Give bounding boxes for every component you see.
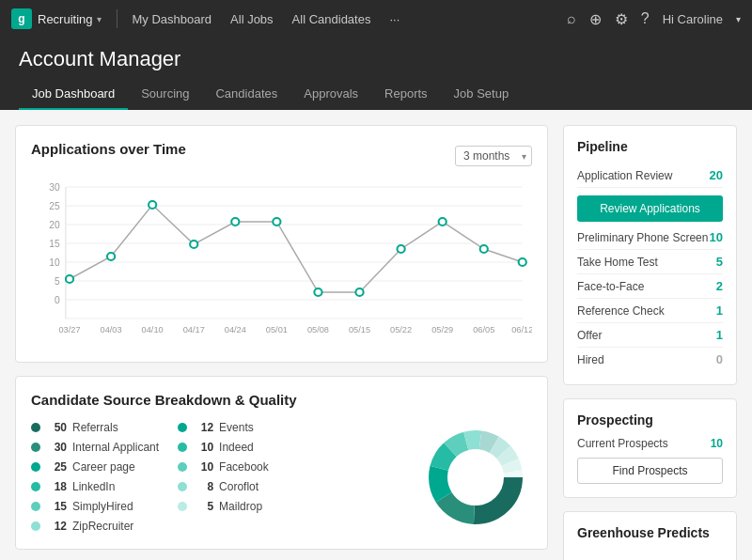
list-item: 5 Maildrop — [178, 500, 269, 513]
right-sidebar: Pipeline Application Review 20 Review Ap… — [563, 125, 737, 560]
source-count: 12 — [46, 520, 67, 533]
source-card-title: Candidate Source Breakdown & Quality — [31, 392, 532, 408]
source-col-left: 50 Referrals 30 Internal Applicant 25 Ca… — [31, 421, 159, 533]
source-label: Maildrop — [219, 500, 262, 513]
tab-bar: Job Dashboard Sourcing Candidates Approv… — [19, 81, 733, 110]
pipeline-stage-count: 1 — [716, 328, 723, 342]
source-count: 10 — [193, 441, 213, 454]
svg-point-26 — [480, 245, 488, 253]
logo-icon: g — [11, 8, 32, 29]
nav-my-dashboard[interactable]: My Dashboard — [133, 12, 212, 26]
nav-right: ⌕ ⊕ ⚙ ? Hi Caroline ▾ — [567, 10, 741, 28]
svg-text:05/08: 05/08 — [307, 325, 329, 334]
source-label: ZipRecruiter — [72, 520, 133, 533]
pipeline-stage-count: 0 — [716, 352, 723, 366]
brand-arrow-icon: ▾ — [97, 14, 102, 24]
source-label: LinkedIn — [72, 480, 115, 493]
svg-point-22 — [314, 288, 321, 296]
svg-text:04/03: 04/03 — [101, 325, 122, 334]
source-columns: 50 Referrals 30 Internal Applicant 25 Ca… — [31, 421, 410, 533]
pipeline-title: Pipeline — [577, 139, 723, 154]
source-count: 15 — [46, 500, 67, 513]
chart-title: Applications over Time — [31, 141, 186, 157]
review-applications-button[interactable]: Review Applications — [577, 195, 723, 222]
svg-point-27 — [519, 258, 526, 266]
svg-text:05/01: 05/01 — [266, 325, 288, 334]
page-header: Account Manager Job Dashboard Sourcing C… — [0, 38, 752, 110]
source-dot — [178, 482, 187, 491]
pipeline-stage-label: Hired — [577, 353, 604, 366]
time-range-dropdown[interactable]: 1 month 3 months 6 months 1 year — [455, 146, 532, 166]
source-dot — [178, 443, 187, 452]
pipeline-row-phone-screen: Preliminary Phone Screen 10 — [577, 226, 723, 250]
tab-job-dashboard[interactable]: Job Dashboard — [19, 81, 128, 110]
pipeline-stage-count: 20 — [710, 168, 723, 182]
help-icon[interactable]: ? — [641, 10, 650, 27]
svg-text:06/12: 06/12 — [511, 325, 532, 334]
add-icon[interactable]: ⊕ — [589, 10, 602, 28]
source-count: 25 — [46, 460, 67, 474]
source-layout: 50 Referrals 30 Internal Applicant 25 Ca… — [31, 421, 532, 534]
nav-all-jobs[interactable]: All Jobs — [230, 12, 274, 26]
top-nav: g Recruiting ▾ My Dashboard All Jobs All… — [0, 0, 752, 38]
svg-text:06/05: 06/05 — [473, 325, 494, 334]
pipeline-card: Pipeline Application Review 20 Review Ap… — [563, 125, 737, 385]
source-label: Internal Applicant — [72, 441, 159, 454]
svg-text:03/27: 03/27 — [58, 325, 80, 334]
svg-text:0: 0 — [55, 295, 60, 305]
chart-header: Applications over Time 1 month 3 months … — [31, 141, 532, 170]
pipeline-row-reference-check: Reference Check 1 — [577, 299, 723, 323]
main-content: Applications over Time 1 month 3 months … — [0, 110, 752, 560]
list-item: 10 Indeed — [178, 441, 269, 454]
user-label[interactable]: Hi Caroline — [663, 12, 723, 26]
source-label: SimplyHired — [72, 500, 133, 513]
svg-text:30: 30 — [49, 182, 60, 193]
svg-point-19 — [190, 241, 197, 248]
source-dot — [31, 443, 40, 452]
source-label: Facebook — [219, 460, 269, 474]
current-prospects-label: Current Prospects — [577, 437, 668, 450]
time-range-dropdown-wrapper: 1 month 3 months 6 months 1 year — [455, 146, 532, 166]
list-item: 25 Career page — [31, 460, 159, 474]
current-prospects-row: Current Prospects 10 — [577, 437, 723, 450]
tab-approvals[interactable]: Approvals — [290, 81, 371, 110]
find-prospects-button[interactable]: Find Prospects — [577, 458, 723, 484]
svg-point-18 — [149, 201, 156, 209]
search-icon[interactable]: ⌕ — [567, 10, 576, 27]
pipeline-stage-label: Reference Check — [577, 304, 665, 318]
nav-divider — [117, 9, 118, 28]
current-prospects-count: 10 — [711, 437, 723, 450]
applications-chart-card: Applications over Time 1 month 3 months … — [15, 125, 548, 363]
nav-more[interactable]: ··· — [389, 12, 400, 26]
list-item: 12 ZipRecruiter — [31, 520, 159, 533]
svg-text:05/22: 05/22 — [390, 325, 412, 334]
svg-text:20: 20 — [49, 220, 60, 230]
tab-reports[interactable]: Reports — [371, 81, 441, 110]
source-label: Events — [219, 421, 254, 434]
tab-candidates[interactable]: Candidates — [202, 81, 290, 110]
svg-point-24 — [398, 245, 405, 253]
pipeline-row-application-review: Application Review 20 — [577, 163, 723, 188]
source-dot — [178, 423, 187, 432]
nav-all-candidates[interactable]: All Candidates — [292, 12, 371, 26]
svg-text:05/29: 05/29 — [431, 325, 453, 334]
pipeline-row-face-to-face: Face-to-Face 2 — [577, 274, 723, 299]
source-count: 10 — [193, 460, 213, 474]
tab-job-setup[interactable]: Job Setup — [441, 81, 523, 110]
list-item: 8 Coroflot — [178, 480, 269, 493]
page-title: Account Manager — [19, 47, 733, 71]
user-chevron-icon: ▾ — [736, 14, 741, 24]
svg-text:15: 15 — [49, 239, 60, 249]
donut-chart — [419, 421, 532, 534]
pipeline-stage-label: Take Home Test — [577, 256, 658, 269]
svg-point-21 — [273, 218, 280, 226]
tab-sourcing[interactable]: Sourcing — [128, 81, 202, 110]
settings-icon[interactable]: ⚙ — [615, 10, 628, 28]
source-count: 5 — [193, 500, 213, 513]
pipeline-stage-count: 10 — [710, 230, 723, 244]
list-item: 10 Facebook — [178, 460, 269, 474]
line-chart: 30 25 20 15 10 5 0 — [31, 178, 532, 347]
source-label: Career page — [72, 460, 135, 474]
pipeline-row-take-home: Take Home Test 5 — [577, 250, 723, 274]
source-label: Coroflot — [219, 480, 258, 493]
